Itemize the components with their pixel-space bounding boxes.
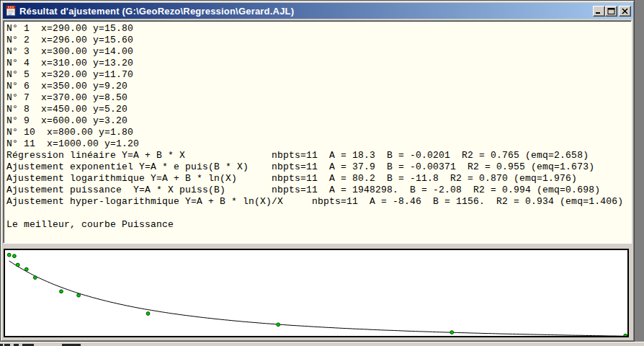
minimize-button[interactable]: [593, 6, 605, 17]
background-window-edge: [0, 342, 644, 346]
data-point: [277, 323, 280, 327]
window-title: Résultat d'ajustement (G:\GeoRezo\Regres…: [19, 6, 593, 17]
titlebar[interactable]: Résultat d'ajustement (G:\GeoRezo\Regres…: [3, 3, 633, 19]
data-point: [146, 312, 150, 316]
window-controls: [593, 6, 631, 17]
close-button[interactable]: [619, 6, 631, 17]
data-point: [60, 290, 63, 293]
results-output-text: N° 1 x=290.00 y=15.80 N° 2 x=296.00 y=15…: [4, 21, 631, 231]
data-point: [24, 267, 28, 271]
fit-chart-svg: [5, 250, 627, 336]
data-point: [7, 253, 11, 257]
fit-chart-panel: [4, 249, 629, 337]
document-icon: [5, 5, 17, 17]
maximize-button[interactable]: [605, 6, 617, 17]
desktop-backdrop: [635, 0, 644, 346]
app-window: Résultat d'ajustement (G:\GeoRezo\Regres…: [0, 0, 635, 342]
data-point: [450, 331, 454, 334]
data-point: [13, 254, 17, 258]
close-icon: [622, 8, 628, 14]
data-point: [33, 276, 37, 280]
data-point: [16, 263, 19, 267]
data-point: [77, 293, 81, 297]
minimize-icon: [595, 8, 603, 14]
power-fit-curve: [9, 261, 627, 336]
results-output-pane[interactable]: N° 1 x=290.00 y=15.80 N° 2 x=296.00 y=15…: [3, 20, 632, 244]
maximize-icon: [607, 8, 615, 14]
data-point: [624, 334, 627, 336]
